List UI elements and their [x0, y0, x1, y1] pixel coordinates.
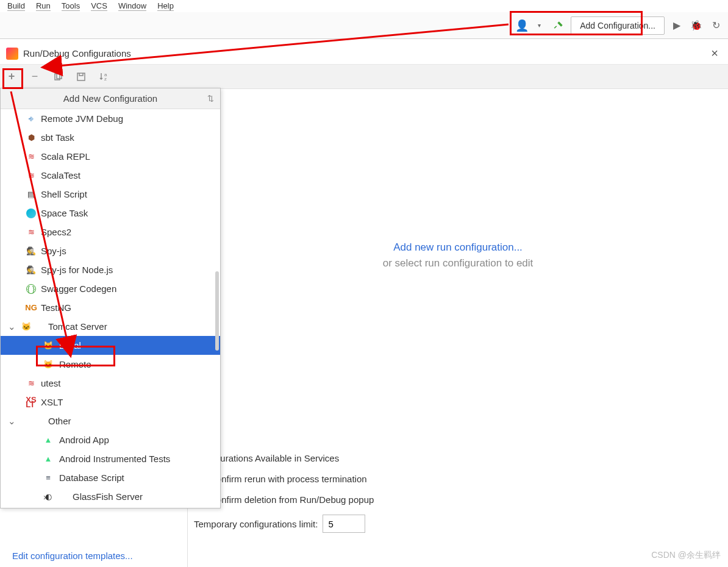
- rerun-icon[interactable]: ↻: [708, 18, 723, 33]
- config-type-label: Android Instrumented Tests: [43, 454, 170, 464]
- config-type-remote[interactable]: 🐱Remote: [1, 355, 220, 374]
- menu-window[interactable]: Window: [118, 1, 146, 11]
- configs-available-label: Configurations Available in Services: [194, 453, 716, 463]
- user-icon[interactable]: 👤: [515, 18, 529, 33]
- config-type-label: Database Script: [43, 472, 124, 483]
- config-type-space-task[interactable]: Space Task: [1, 204, 220, 223]
- config-type-database-script[interactable]: ≡Database Script: [1, 468, 220, 487]
- menu-vcs[interactable]: VCS: [91, 1, 107, 11]
- popup-title: Add New Configuration: [63, 93, 157, 104]
- config-type-swagger-codegen[interactable]: { }Swagger Codegen: [1, 279, 220, 298]
- popup-header: Add New Configuration ⇅: [1, 88, 220, 109]
- menu-run[interactable]: Run: [36, 1, 51, 11]
- config-type-testng[interactable]: NGTestNG: [1, 298, 220, 317]
- config-type-scala-repl[interactable]: ≋Scala REPL: [1, 147, 220, 166]
- popup-list[interactable]: ⎆Remote JVM Debug⬢sbt Task≋Scala REPL≋Sc…: [1, 109, 220, 508]
- config-type-scalatest[interactable]: ≋ScalaTest: [1, 166, 220, 185]
- temp-limit-input[interactable]: [323, 515, 365, 533]
- popup-scrollbar[interactable]: [215, 271, 219, 351]
- config-type-label: Android App: [43, 435, 109, 445]
- config-type-spy-js[interactable]: 🕵Spy-js: [1, 241, 220, 260]
- dialog-toolbar: + − az: [0, 65, 728, 89]
- menu-help[interactable]: Help: [157, 1, 174, 11]
- menu-build[interactable]: Build: [7, 1, 25, 11]
- debug-bug-icon[interactable]: 🐞: [689, 18, 704, 33]
- user-dropdown-icon[interactable]: ▾: [532, 18, 546, 33]
- config-type-shell-script[interactable]: ▤Shell Script: [1, 185, 220, 204]
- svg-rect-0: [554, 26, 557, 29]
- menu-tools[interactable]: Tools: [62, 1, 80, 11]
- temp-limit-label: Temporary configurations limit:: [194, 519, 318, 529]
- config-editor-panel: Add new run configuration... or select r…: [188, 89, 728, 567]
- main-menu-bar: Build Run Tools VCS Window Help: [0, 0, 728, 12]
- add-new-config-popup: Add New Configuration ⇅ ⎆Remote JVM Debu…: [0, 88, 221, 508]
- config-type-sbt-task[interactable]: ⬢sbt Task: [1, 128, 220, 147]
- dialog-title: Run/Debug Configurations: [23, 48, 131, 59]
- add-configuration-button[interactable]: Add Configuration...: [571, 16, 665, 35]
- config-type-label: Other: [21, 416, 71, 426]
- remove-button[interactable]: −: [28, 70, 41, 84]
- svg-text:z: z: [104, 76, 107, 82]
- run-play-icon[interactable]: ▶: [669, 18, 684, 33]
- select-run-config-hint: or select run configuration to edit: [383, 257, 534, 269]
- watermark: CSDN @余生羁绊: [651, 550, 721, 561]
- config-type-label: Spy-js for Node.js: [26, 265, 113, 275]
- config-type-local[interactable]: 🐱Local: [1, 336, 220, 355]
- config-type-label: Remote JVM Debug: [26, 113, 123, 124]
- confirm-delete-label: Confirm deletion from Run/Debug popup: [210, 494, 374, 505]
- confirm-rerun-label: Confirm rerun with process termination: [210, 474, 367, 484]
- save-button[interactable]: [74, 70, 88, 84]
- build-hammer-icon[interactable]: [551, 18, 566, 33]
- chevron-down-icon: ⌄: [8, 416, 16, 427]
- sort-button[interactable]: az: [98, 70, 111, 84]
- chevron-down-icon: ⌄: [8, 321, 16, 332]
- config-type-label: GlassFish Server: [57, 491, 143, 502]
- config-type-xslt[interactable]: XSLTXSLT: [1, 393, 220, 412]
- copy-button[interactable]: [51, 70, 65, 84]
- config-type-utest[interactable]: ≋utest: [1, 374, 220, 393]
- config-type-label: Swagger Codegen: [26, 284, 116, 294]
- filter-icon[interactable]: ⇅: [207, 94, 214, 103]
- config-type-remote-jvm-debug[interactable]: ⎆Remote JVM Debug: [1, 109, 220, 128]
- edit-templates-link[interactable]: Edit configuration templates...: [12, 551, 133, 561]
- add-new-run-config-link[interactable]: Add new run configuration...: [383, 241, 534, 254]
- dialog-header: Run/Debug Configurations ×: [0, 43, 728, 65]
- intellij-icon: [6, 48, 18, 60]
- config-type-spy-js-for-node-js[interactable]: 🕵Spy-js for Node.js: [1, 260, 220, 279]
- config-type-android-app[interactable]: ▲Android App: [1, 430, 220, 449]
- add-button[interactable]: +: [5, 70, 18, 84]
- close-icon[interactable]: ×: [707, 46, 722, 60]
- config-type-tomcat-server[interactable]: ⌄🐱Tomcat Server: [1, 317, 220, 336]
- config-type-label: Tomcat Server: [21, 321, 107, 332]
- config-type-android-instrumented-tests[interactable]: ▲Android Instrumented Tests: [1, 449, 220, 468]
- config-type-specs2[interactable]: ≋Specs2: [1, 223, 220, 241]
- config-type-other[interactable]: ⌄Other: [1, 412, 220, 430]
- main-toolbar: 👤 ▾ Add Configuration... ▶ 🐞 ↻: [0, 12, 728, 39]
- config-type-glassfish-server[interactable]: ›◐GlassFish Server: [1, 487, 220, 506]
